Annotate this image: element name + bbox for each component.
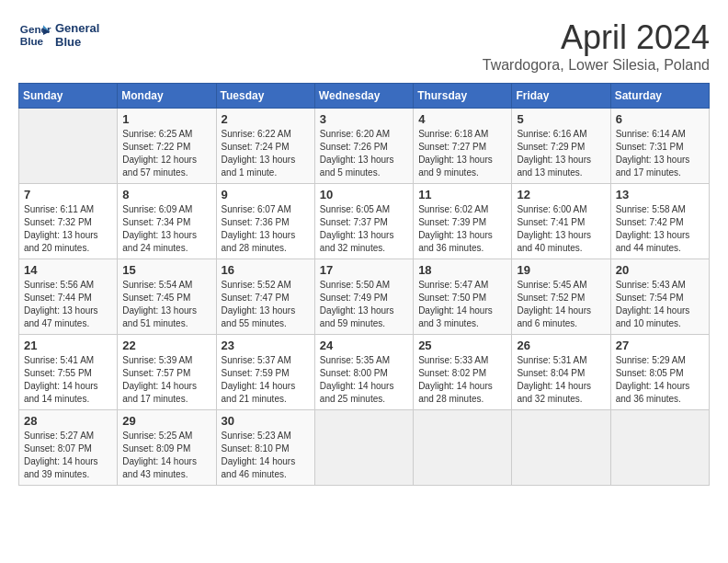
day-number: 5	[517, 112, 605, 126]
calendar-cell: 11Sunrise: 6:02 AM Sunset: 7:39 PM Dayli…	[414, 184, 512, 259]
day-info: Sunrise: 5:56 AM Sunset: 7:44 PM Dayligh…	[24, 279, 112, 330]
calendar-cell: 20Sunrise: 5:43 AM Sunset: 7:54 PM Dayli…	[610, 259, 709, 335]
day-info: Sunrise: 6:05 AM Sunset: 7:37 PM Dayligh…	[320, 203, 408, 255]
logo-icon: General Blue	[18, 18, 51, 52]
day-info: Sunrise: 6:09 AM Sunset: 7:34 PM Dayligh…	[122, 203, 210, 255]
day-info: Sunrise: 6:20 AM Sunset: 7:26 PM Dayligh…	[320, 128, 408, 179]
header-cell-monday: Monday	[118, 84, 216, 109]
header-cell-wednesday: Wednesday	[314, 84, 413, 109]
day-number: 28	[24, 414, 112, 428]
header-cell-tuesday: Tuesday	[216, 84, 314, 109]
header-cell-friday: Friday	[512, 84, 610, 109]
calendar-row: 7Sunrise: 6:11 AM Sunset: 7:32 PM Daylig…	[19, 184, 710, 259]
day-number: 17	[320, 263, 408, 277]
calendar-cell: 6Sunrise: 6:14 AM Sunset: 7:31 PM Daylig…	[610, 109, 709, 184]
calendar-cell: 7Sunrise: 6:11 AM Sunset: 7:32 PM Daylig…	[19, 184, 118, 259]
day-info: Sunrise: 6:22 AM Sunset: 7:24 PM Dayligh…	[222, 128, 310, 179]
page-header: General Blue General Blue April 2024 Twa…	[18, 18, 710, 74]
calendar-cell: 5Sunrise: 6:16 AM Sunset: 7:29 PM Daylig…	[512, 109, 610, 184]
logo: General Blue General Blue	[18, 18, 99, 52]
day-info: Sunrise: 5:58 AM Sunset: 7:42 PM Dayligh…	[616, 203, 704, 255]
day-info: Sunrise: 5:23 AM Sunset: 8:10 PM Dayligh…	[222, 430, 310, 481]
calendar-cell: 14Sunrise: 5:56 AM Sunset: 7:44 PM Dayli…	[19, 259, 118, 335]
day-number: 2	[222, 112, 310, 126]
day-info: Sunrise: 6:16 AM Sunset: 7:29 PM Dayligh…	[517, 128, 605, 179]
day-number: 14	[24, 263, 112, 277]
day-number: 23	[222, 339, 310, 352]
calendar-cell	[314, 410, 413, 486]
day-number: 21	[24, 339, 112, 352]
header-cell-saturday: Saturday	[610, 84, 709, 109]
day-info: Sunrise: 5:50 AM Sunset: 7:49 PM Dayligh…	[320, 279, 408, 330]
calendar-cell: 23Sunrise: 5:37 AM Sunset: 7:59 PM Dayli…	[216, 335, 314, 410]
calendar-cell: 29Sunrise: 5:25 AM Sunset: 8:09 PM Dayli…	[118, 410, 216, 486]
day-number: 1	[122, 112, 210, 126]
calendar-cell: 16Sunrise: 5:52 AM Sunset: 7:47 PM Dayli…	[216, 259, 314, 335]
header-row: SundayMondayTuesdayWednesdayThursdayFrid…	[19, 84, 710, 109]
day-info: Sunrise: 5:45 AM Sunset: 7:52 PM Dayligh…	[517, 279, 605, 330]
day-info: Sunrise: 6:00 AM Sunset: 7:41 PM Dayligh…	[517, 203, 605, 255]
calendar-cell: 25Sunrise: 5:33 AM Sunset: 8:02 PM Dayli…	[414, 335, 512, 410]
day-info: Sunrise: 6:07 AM Sunset: 7:36 PM Dayligh…	[222, 203, 310, 255]
month-title: April 2024	[483, 18, 710, 57]
day-number: 27	[616, 339, 704, 352]
calendar-cell: 18Sunrise: 5:47 AM Sunset: 7:50 PM Dayli…	[414, 259, 512, 335]
svg-text:Blue: Blue	[20, 35, 44, 47]
calendar-table: SundayMondayTuesdayWednesdayThursdayFrid…	[18, 83, 710, 486]
day-info: Sunrise: 6:25 AM Sunset: 7:22 PM Dayligh…	[122, 128, 210, 179]
calendar-cell: 30Sunrise: 5:23 AM Sunset: 8:10 PM Dayli…	[216, 410, 314, 486]
day-info: Sunrise: 5:41 AM Sunset: 7:55 PM Dayligh…	[24, 354, 112, 406]
day-number: 16	[222, 263, 310, 277]
day-info: Sunrise: 5:29 AM Sunset: 8:05 PM Dayligh…	[616, 354, 704, 406]
calendar-cell: 8Sunrise: 6:09 AM Sunset: 7:34 PM Daylig…	[118, 184, 216, 259]
day-info: Sunrise: 5:39 AM Sunset: 7:57 PM Dayligh…	[122, 354, 210, 406]
calendar-cell: 15Sunrise: 5:54 AM Sunset: 7:45 PM Dayli…	[118, 259, 216, 335]
day-number: 18	[418, 263, 506, 277]
calendar-cell: 19Sunrise: 5:45 AM Sunset: 7:52 PM Dayli…	[512, 259, 610, 335]
day-number: 3	[320, 112, 408, 126]
day-info: Sunrise: 5:54 AM Sunset: 7:45 PM Dayligh…	[122, 279, 210, 330]
day-info: Sunrise: 5:52 AM Sunset: 7:47 PM Dayligh…	[222, 279, 310, 330]
calendar-cell: 24Sunrise: 5:35 AM Sunset: 8:00 PM Dayli…	[314, 335, 413, 410]
calendar-body: 1Sunrise: 6:25 AM Sunset: 7:22 PM Daylig…	[19, 109, 710, 486]
calendar-cell: 22Sunrise: 5:39 AM Sunset: 7:57 PM Dayli…	[118, 335, 216, 410]
title-section: April 2024 Twardogora, Lower Silesia, Po…	[483, 18, 710, 74]
day-info: Sunrise: 6:18 AM Sunset: 7:27 PM Dayligh…	[418, 128, 506, 179]
day-info: Sunrise: 5:27 AM Sunset: 8:07 PM Dayligh…	[24, 430, 112, 481]
calendar-cell: 2Sunrise: 6:22 AM Sunset: 7:24 PM Daylig…	[216, 109, 314, 184]
day-number: 7	[24, 188, 112, 201]
day-number: 26	[517, 339, 605, 352]
location-title: Twardogora, Lower Silesia, Poland	[483, 57, 710, 74]
day-info: Sunrise: 5:25 AM Sunset: 8:09 PM Dayligh…	[122, 430, 210, 481]
day-number: 20	[616, 263, 704, 277]
day-number: 12	[517, 188, 605, 201]
day-number: 9	[222, 188, 310, 201]
header-cell-thursday: Thursday	[414, 84, 512, 109]
calendar-cell: 4Sunrise: 6:18 AM Sunset: 7:27 PM Daylig…	[414, 109, 512, 184]
calendar-cell	[610, 410, 709, 486]
day-info: Sunrise: 5:37 AM Sunset: 7:59 PM Dayligh…	[222, 354, 310, 406]
day-info: Sunrise: 5:47 AM Sunset: 7:50 PM Dayligh…	[418, 279, 506, 330]
calendar-row: 1Sunrise: 6:25 AM Sunset: 7:22 PM Daylig…	[19, 109, 710, 184]
calendar-cell: 17Sunrise: 5:50 AM Sunset: 7:49 PM Dayli…	[314, 259, 413, 335]
day-number: 10	[320, 188, 408, 201]
day-info: Sunrise: 5:43 AM Sunset: 7:54 PM Dayligh…	[616, 279, 704, 330]
calendar-cell	[414, 410, 512, 486]
calendar-cell	[512, 410, 610, 486]
calendar-cell: 12Sunrise: 6:00 AM Sunset: 7:41 PM Dayli…	[512, 184, 610, 259]
day-number: 22	[122, 339, 210, 352]
day-info: Sunrise: 5:35 AM Sunset: 8:00 PM Dayligh…	[320, 354, 408, 406]
day-number: 25	[418, 339, 506, 352]
calendar-cell: 9Sunrise: 6:07 AM Sunset: 7:36 PM Daylig…	[216, 184, 314, 259]
day-number: 15	[122, 263, 210, 277]
calendar-cell: 28Sunrise: 5:27 AM Sunset: 8:07 PM Dayli…	[19, 410, 118, 486]
calendar-row: 14Sunrise: 5:56 AM Sunset: 7:44 PM Dayli…	[19, 259, 710, 335]
calendar-cell: 1Sunrise: 6:25 AM Sunset: 7:22 PM Daylig…	[118, 109, 216, 184]
calendar-cell: 21Sunrise: 5:41 AM Sunset: 7:55 PM Dayli…	[19, 335, 118, 410]
logo-line2: Blue	[55, 35, 99, 49]
day-info: Sunrise: 6:02 AM Sunset: 7:39 PM Dayligh…	[418, 203, 506, 255]
day-number: 6	[616, 112, 704, 126]
calendar-row: 28Sunrise: 5:27 AM Sunset: 8:07 PM Dayli…	[19, 410, 710, 486]
day-number: 24	[320, 339, 408, 352]
day-number: 13	[616, 188, 704, 201]
